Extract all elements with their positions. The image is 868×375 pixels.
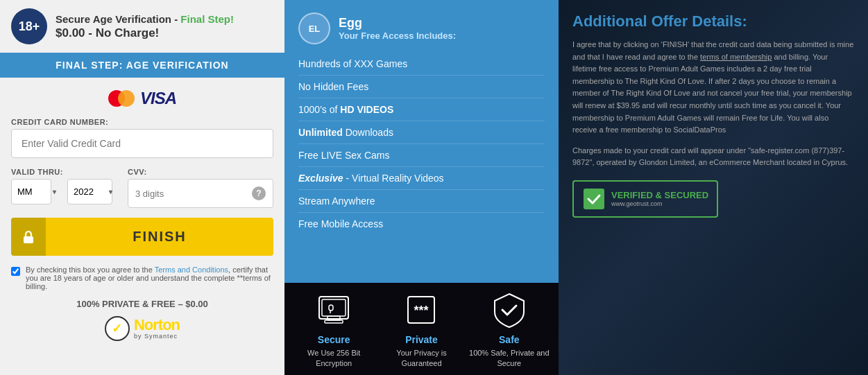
trust-safe: Safe 100% Safe, Private and Secure — [468, 291, 551, 368]
verified-main: VERIFIED & SECURED — [611, 190, 708, 200]
terms-of-membership-link[interactable]: terms of membership — [700, 53, 772, 61]
form-area: VISA CREDIT CARD NUMBER: VALID THRU: MM … — [0, 78, 284, 375]
terms-checkbox[interactable] — [11, 267, 20, 276]
norton-sub: by Symantec — [134, 333, 180, 340]
cvv-label: CVV: — [128, 168, 273, 176]
additional-title: Additional Offer Details: — [572, 12, 854, 30]
offer-name: Egg — [339, 16, 456, 30]
safe-icon — [491, 291, 528, 329]
expiry-selects: MM 01020304 05060708 09101112 ▼ 20222023… — [11, 179, 119, 204]
valid-thru-label: VALID THRU: — [11, 168, 119, 176]
year-select[interactable]: 20222023202420252026 — [67, 179, 112, 204]
feature-no-fees: No Hidden Fees — [298, 76, 545, 98]
age-badge: 18+ — [11, 8, 47, 44]
trust-bar: Secure We Use 256 Bit Encryption *** Pri… — [284, 283, 559, 375]
month-select-wrap: MM 01020304 05060708 09101112 ▼ — [11, 179, 63, 204]
mastercard-icon — [108, 90, 135, 107]
year-select-wrap: 20222023202420252026 ▼ — [67, 179, 119, 204]
norton-text: Norton by Symantec — [134, 317, 180, 340]
feature-vr-videos: Exclusive - Virtual Reality Videos — [298, 167, 545, 190]
norton-check-icon — [105, 316, 130, 341]
safe-desc: 100% Safe, Private and Secure — [468, 348, 551, 368]
header-bar: 18+ Secure Age Verification - Final Step… — [0, 0, 284, 53]
final-step-text: Final Step! — [180, 13, 234, 25]
left-panel: 18+ Secure Age Verification - Final Step… — [0, 0, 284, 375]
verified-text: VERIFIED & SECURED www.geotrust.com — [611, 190, 708, 207]
trust-secure: Secure We Use 256 Bit Encryption — [292, 291, 375, 368]
svg-text:***: *** — [414, 304, 429, 317]
cvv-input-wrap: ? — [128, 179, 273, 208]
middle-outer: EL Egg Your Free Access Includes: Hundre… — [284, 0, 559, 375]
page-wrapper: 18+ Secure Age Verification - Final Step… — [0, 0, 868, 375]
lock-box — [11, 218, 46, 256]
header-text: Secure Age Verification - Final Step! $0… — [56, 13, 234, 40]
header-title-text: Secure Age Verification - — [56, 13, 180, 25]
feature-live-cams: Free LIVE Sex Cams — [298, 144, 545, 167]
offer-header: EL Egg Your Free Access Includes: — [284, 0, 559, 53]
verified-badge: VERIFIED & SECURED www.geotrust.com — [572, 180, 718, 218]
svg-rect-2 — [322, 299, 346, 316]
feature-stream: Stream Anywhere — [298, 190, 545, 213]
avatar: EL — [298, 12, 330, 44]
finish-button[interactable]: FINISH — [46, 218, 273, 256]
month-arrow-icon: ▼ — [51, 189, 58, 195]
svg-rect-9 — [584, 189, 604, 209]
month-select[interactable]: MM 01020304 05060708 09101112 — [11, 179, 51, 204]
offer-subtitle: Your Free Access Includes: — [339, 30, 456, 41]
mc-right — [118, 90, 135, 107]
expiry-cvv-row: VALID THRU: MM 01020304 05060708 0910111… — [11, 168, 273, 208]
lock-icon — [21, 229, 36, 245]
right-panel: Additional Offer Details: I agree that b… — [559, 0, 868, 375]
norton-wrap: Norton by Symantec — [11, 316, 273, 341]
svg-rect-0 — [24, 236, 33, 243]
terms-link[interactable]: Terms and Conditions — [155, 265, 228, 274]
valid-thru-group: VALID THRU: MM 01020304 05060708 0910111… — [11, 168, 119, 208]
legal-text: I agree that by clicking on 'FINISH' tha… — [572, 39, 854, 137]
visa-logo: VISA — [140, 89, 176, 108]
card-logos: VISA — [11, 89, 273, 108]
private-title: Private — [405, 334, 438, 345]
finish-button-wrap: FINISH — [11, 218, 273, 256]
norton-badge: Norton by Symantec — [105, 316, 180, 341]
features-list: Hundreds of XXX Games No Hidden Fees 100… — [284, 53, 559, 249]
charges-text: Charges made to your credit card will ap… — [572, 145, 854, 169]
safe-title: Safe — [499, 334, 520, 345]
cvv-group: CVV: ? — [128, 168, 273, 208]
cvv-input[interactable] — [135, 189, 252, 199]
header-price: $0.00 - No Charge! — [56, 26, 234, 40]
cvv-help-icon[interactable]: ? — [252, 186, 266, 200]
feature-unlimited: Unlimited Downloads — [298, 121, 545, 144]
middle-main: EL Egg Your Free Access Includes: Hundre… — [284, 0, 559, 283]
offer-title: Egg Your Free Access Includes: — [339, 16, 456, 41]
private-desc: Your Privacy is Guaranteed — [380, 348, 463, 368]
feature-xxx-games: Hundreds of XXX Games — [298, 53, 545, 76]
terms-text: By checking this box you agree to the Te… — [26, 265, 273, 290]
feature-hd-videos: 1000's of HD VIDEOS — [298, 98, 545, 121]
secure-desc: We Use 256 Bit Encryption — [292, 348, 375, 368]
norton-main: Norton — [134, 317, 180, 333]
svg-rect-1 — [319, 297, 348, 319]
svg-rect-5 — [329, 305, 333, 311]
verified-shield-icon — [582, 187, 606, 211]
header-title: Secure Age Verification - Final Step! — [56, 13, 234, 25]
secure-icon — [315, 291, 352, 329]
step-bar: FINAL STEP: AGE VERIFICATION — [0, 53, 284, 78]
credit-card-input[interactable] — [11, 129, 273, 158]
terms-row: By checking this box you agree to the Te… — [11, 265, 273, 290]
private-icon: *** — [402, 291, 440, 329]
svg-rect-4 — [325, 320, 343, 323]
privacy-text: 100% PRIVATE & FREE – $0.00 — [11, 299, 273, 309]
right-content: Additional Offer Details: I agree that b… — [572, 12, 854, 218]
card-label: CREDIT CARD NUMBER: — [11, 118, 273, 126]
secure-title: Secure — [318, 334, 350, 345]
feature-mobile: Free Mobile Access — [298, 213, 545, 235]
verified-sub: www.geotrust.com — [611, 200, 708, 207]
trust-private: *** Private Your Privacy is Guaranteed — [380, 291, 463, 368]
